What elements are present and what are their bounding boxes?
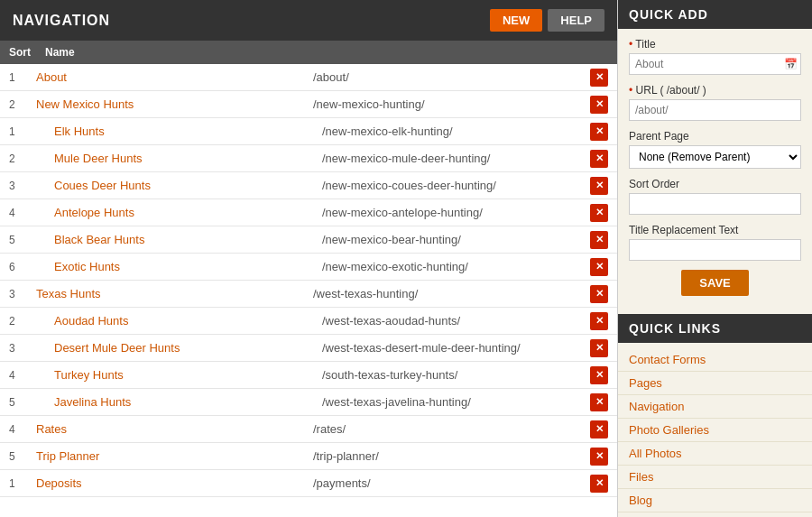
delete-button[interactable]: ✕ [590,177,608,195]
nav-url: /west-texas-hunting/ [313,287,590,300]
nav-name-link[interactable]: Texas Hunts [36,287,101,300]
sort-number: 1 [9,125,36,138]
delete-button[interactable]: ✕ [590,339,608,357]
nav-url: /south-texas-turkey-hunts/ [322,368,590,382]
save-button[interactable]: SAVE [681,270,748,296]
nav-url: /west-texas-aoudad-hunts/ [322,314,590,328]
calendar-icon: 📅 [784,58,798,70]
title-required: • [629,38,632,51]
nav-name-link[interactable]: Coues Deer Hunts [54,179,151,192]
url-group: • URL ( /about/ ) [629,84,801,121]
nav-name-link[interactable]: Exotic Hunts [54,260,120,273]
col-sort-header: Sort [9,46,45,59]
delete-button[interactable]: ✕ [590,285,608,303]
nav-name: New Mexico Hunts [36,97,313,111]
nav-url: /west-texas-desert-mule-deer-hunting/ [322,341,590,355]
nav-name: Coues Deer Hunts [36,179,322,192]
delete-button[interactable]: ✕ [590,96,608,114]
table-row: 4Rates/rates/✕ [0,416,617,443]
delete-button[interactable]: ✕ [590,475,608,493]
delete-button[interactable]: ✕ [590,393,608,411]
nav-name: Trip Planner [36,449,313,463]
sort-group: Sort Order 8 [629,178,801,215]
replacement-group: Title Replacement Text [629,224,801,261]
sort-number: 2 [9,152,36,165]
nav-name: Mule Deer Hunts [36,152,322,165]
nav-name-link[interactable]: Desert Mule Deer Hunts [54,341,180,355]
nav-name-link[interactable]: New Mexico Hunts [36,97,134,111]
delete-button[interactable]: ✕ [590,150,608,168]
nav-name-link[interactable]: About [36,70,67,84]
header-buttons: NEW HELP [490,9,604,32]
quick-links-header: QUICK LINKS [618,314,812,343]
nav-name-link[interactable]: Turkey Hunts [54,368,124,382]
nav-url: /new-mexico-hunting/ [313,97,590,111]
delete-button[interactable]: ✕ [590,366,608,384]
url-input[interactable] [629,99,801,121]
quick-link-item[interactable]: All Photos [618,442,812,466]
url-label: • URL ( /about/ ) [629,84,801,97]
nav-name: Black Bear Hunts [36,233,322,246]
table-row: 4Antelope Hunts/new-mexico-antelope-hunt… [0,199,617,226]
delete-button[interactable]: ✕ [590,448,608,466]
nav-name-link[interactable]: Elk Hunts [54,125,105,138]
sort-number: 5 [9,234,36,246]
nav-name-link[interactable]: Aoudad Hunts [54,314,128,328]
help-button[interactable]: HELP [548,9,604,32]
col-name-header: Name [45,46,608,59]
nav-name: Desert Mule Deer Hunts [36,341,322,355]
nav-header-title: NAVIGATION [13,13,110,29]
delete-button[interactable]: ✕ [590,258,608,276]
table-row: 4Turkey Hunts/south-texas-turkey-hunts/✕ [0,362,617,389]
quick-link-item[interactable]: Navigation [618,395,812,419]
nav-name-link[interactable]: Black Bear Hunts [54,233,144,246]
nav-name-link[interactable]: Deposits [36,476,82,490]
title-input[interactable] [629,53,801,75]
quick-link-item[interactable]: Pages [618,372,812,395]
nav-name: About [36,70,313,84]
nav-header: NAVIGATION NEW HELP [0,0,617,41]
quick-link-item[interactable]: Video [618,512,812,517]
quick-link-item[interactable]: Files [618,466,812,489]
nav-url: /new-mexico-coues-deer-hunting/ [322,179,590,192]
sort-number: 2 [9,315,36,328]
nav-name-link[interactable]: Mule Deer Hunts [54,152,143,165]
delete-button[interactable]: ✕ [590,204,608,222]
nav-rows-container: 1About/about/✕2New Mexico Hunts/new-mexi… [0,64,617,497]
parent-select[interactable]: None (Remove Parent) [629,145,801,169]
parent-label: Parent Page [629,130,801,143]
delete-button[interactable]: ✕ [590,69,608,87]
replacement-input[interactable] [629,239,801,261]
sort-number: 1 [9,477,36,490]
quick-add-body: • Title 📅 • URL ( /about/ ) Parent Page … [618,29,812,305]
delete-button[interactable]: ✕ [590,312,608,330]
new-button[interactable]: NEW [490,9,542,32]
quick-link-item[interactable]: Photo Galleries [618,419,812,442]
quick-link-item[interactable]: Blog [618,489,812,512]
nav-url: /new-mexico-elk-hunting/ [322,125,590,138]
sort-number: 1 [9,71,36,84]
nav-name-link[interactable]: Trip Planner [36,449,99,463]
nav-name: Javelina Hunts [36,395,322,409]
nav-name-link[interactable]: Rates [36,422,67,436]
nav-name: Elk Hunts [36,125,322,138]
nav-name-link[interactable]: Javelina Hunts [54,395,131,409]
table-row: 1Deposits/payments/✕ [0,470,617,497]
sort-number: 2 [9,98,36,111]
quick-add-header: QUICK ADD [618,0,812,29]
title-input-wrapper: 📅 [629,53,801,75]
sort-input[interactable]: 8 [629,193,801,215]
table-row: 3Desert Mule Deer Hunts/west-texas-deser… [0,335,617,362]
table-row: 1About/about/✕ [0,64,617,91]
nav-url: /payments/ [313,476,590,490]
table-row: 5Black Bear Hunts/new-mexico-bear-huntin… [0,226,617,254]
sort-number: 3 [9,342,36,355]
quick-link-item[interactable]: Contact Forms [618,348,812,372]
delete-button[interactable]: ✕ [590,231,608,249]
delete-button[interactable]: ✕ [590,123,608,141]
nav-url: /new-mexico-antelope-hunting/ [322,206,590,219]
nav-name: Aoudad Hunts [36,314,322,328]
sort-number: 5 [9,450,36,463]
nav-name-link[interactable]: Antelope Hunts [54,206,134,219]
delete-button[interactable]: ✕ [590,420,608,439]
